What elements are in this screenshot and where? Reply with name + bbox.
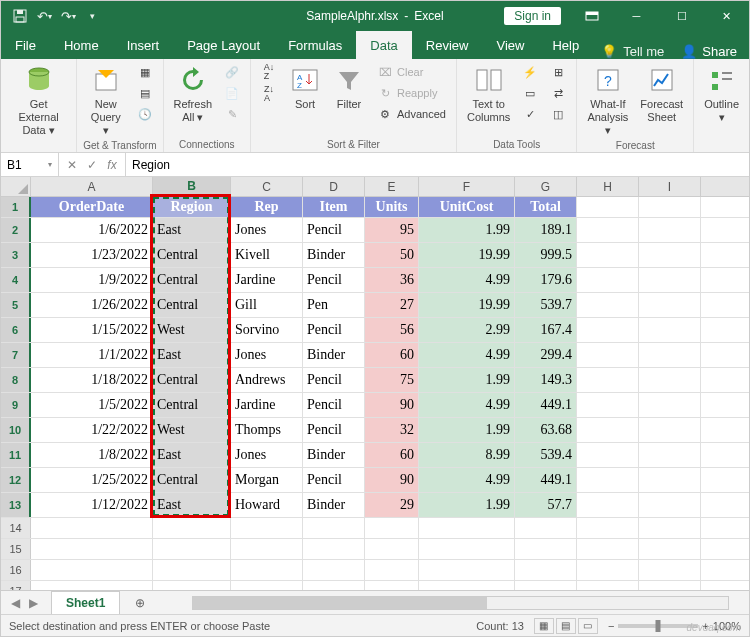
cell-rep[interactable]: Sorvino: [231, 318, 303, 342]
cell[interactable]: [639, 393, 701, 417]
cell[interactable]: [639, 518, 701, 538]
cell-rep[interactable]: Kivell: [231, 243, 303, 267]
cell-total[interactable]: 63.68: [515, 418, 577, 442]
connections-button[interactable]: 🔗: [220, 62, 244, 82]
get-external-data-button[interactable]: Get External Data ▾: [7, 62, 70, 140]
cell-item[interactable]: Pencil: [303, 268, 365, 292]
cell-units[interactable]: 60: [365, 443, 419, 467]
cell-total[interactable]: 449.1: [515, 468, 577, 492]
cell-rep[interactable]: Gill: [231, 293, 303, 317]
cell-item[interactable]: Pen: [303, 293, 365, 317]
tab-review[interactable]: Review: [412, 31, 483, 59]
tab-insert[interactable]: Insert: [113, 31, 174, 59]
formula-input[interactable]: [132, 158, 743, 172]
cell-cost[interactable]: 2.99: [419, 318, 515, 342]
cell-cost[interactable]: 4.99: [419, 393, 515, 417]
cell-region[interactable]: Central: [153, 268, 231, 292]
page-layout-icon[interactable]: ▤: [556, 618, 576, 634]
cell[interactable]: [577, 293, 639, 317]
cell-total[interactable]: 999.5: [515, 243, 577, 267]
row-header[interactable]: 10: [1, 418, 31, 442]
sheet-nav[interactable]: ◀▶: [1, 596, 47, 610]
remove-duplicates-button[interactable]: ▭: [518, 83, 542, 103]
cell-date[interactable]: 1/1/2022: [31, 343, 153, 367]
cell[interactable]: [577, 368, 639, 392]
add-sheet-button[interactable]: ⊕: [128, 596, 152, 610]
cell-units[interactable]: 95: [365, 218, 419, 242]
cell[interactable]: [639, 539, 701, 559]
cell[interactable]: [515, 539, 577, 559]
minimize-button[interactable]: ─: [614, 1, 659, 31]
cell-cost[interactable]: 19.99: [419, 243, 515, 267]
cell-rep[interactable]: Jones: [231, 443, 303, 467]
cell-region[interactable]: West: [153, 418, 231, 442]
cell-item[interactable]: Binder: [303, 343, 365, 367]
cell[interactable]: [153, 560, 231, 580]
select-all-corner[interactable]: [1, 177, 31, 196]
cell[interactable]: [577, 418, 639, 442]
consolidate-button[interactable]: ⊞: [546, 62, 570, 82]
row-header[interactable]: 14: [1, 518, 31, 538]
show-queries-button[interactable]: ▦: [133, 62, 157, 82]
cell-region[interactable]: Central: [153, 393, 231, 417]
cell[interactable]: [639, 468, 701, 492]
column-header[interactable]: H: [577, 177, 639, 196]
column-header[interactable]: B: [153, 177, 231, 196]
column-header[interactable]: C: [231, 177, 303, 196]
cell-date[interactable]: 1/15/2022: [31, 318, 153, 342]
row-header[interactable]: 15: [1, 539, 31, 559]
cell[interactable]: [639, 343, 701, 367]
cell-units[interactable]: 27: [365, 293, 419, 317]
cell-units[interactable]: 90: [365, 393, 419, 417]
cell[interactable]: [31, 539, 153, 559]
cell[interactable]: [577, 539, 639, 559]
share-button[interactable]: 👤 Share: [681, 44, 737, 59]
cell-item[interactable]: Binder: [303, 493, 365, 517]
cell[interactable]: [231, 518, 303, 538]
ribbon-options-icon[interactable]: [569, 1, 614, 31]
redo-icon[interactable]: ↷▾: [57, 5, 79, 27]
cell[interactable]: [419, 560, 515, 580]
cell-units[interactable]: 60: [365, 343, 419, 367]
cell[interactable]: [639, 293, 701, 317]
header-cell[interactable]: Item: [303, 197, 365, 217]
from-table-button[interactable]: ▤: [133, 83, 157, 103]
column-header[interactable]: I: [639, 177, 701, 196]
row-header[interactable]: 12: [1, 468, 31, 492]
cell-region[interactable]: East: [153, 443, 231, 467]
cell[interactable]: [577, 343, 639, 367]
cell[interactable]: [639, 418, 701, 442]
cell[interactable]: [639, 318, 701, 342]
tab-page-layout[interactable]: Page Layout: [173, 31, 274, 59]
row-header[interactable]: 3: [1, 243, 31, 267]
view-buttons[interactable]: ▦▤▭: [534, 618, 598, 634]
cell-item[interactable]: Pencil: [303, 418, 365, 442]
cell-total[interactable]: 539.4: [515, 443, 577, 467]
header-cell[interactable]: UnitCost: [419, 197, 515, 217]
cell-total[interactable]: 149.3: [515, 368, 577, 392]
cell-region[interactable]: Central: [153, 468, 231, 492]
cell[interactable]: [303, 518, 365, 538]
cell-units[interactable]: 90: [365, 468, 419, 492]
horizontal-scrollbar[interactable]: [192, 596, 729, 610]
cell-total[interactable]: 539.7: [515, 293, 577, 317]
row-header[interactable]: 1: [1, 197, 31, 217]
cell[interactable]: [639, 368, 701, 392]
text-to-columns-button[interactable]: Text to Columns: [463, 62, 514, 126]
page-break-icon[interactable]: ▭: [578, 618, 598, 634]
tab-data[interactable]: Data: [356, 31, 411, 59]
column-header[interactable]: G: [515, 177, 577, 196]
cell-region[interactable]: East: [153, 218, 231, 242]
tell-me-search[interactable]: 💡 Tell me: [601, 44, 664, 59]
cell-rep[interactable]: Jardine: [231, 393, 303, 417]
cell[interactable]: [153, 539, 231, 559]
flash-fill-button[interactable]: ⚡: [518, 62, 542, 82]
cell-total[interactable]: 57.7: [515, 493, 577, 517]
cell[interactable]: [515, 560, 577, 580]
cell[interactable]: [231, 539, 303, 559]
cell-item[interactable]: Binder: [303, 243, 365, 267]
cell-date[interactable]: 1/18/2022: [31, 368, 153, 392]
column-header[interactable]: A: [31, 177, 153, 196]
row-header[interactable]: 4: [1, 268, 31, 292]
cell-rep[interactable]: Thomps: [231, 418, 303, 442]
